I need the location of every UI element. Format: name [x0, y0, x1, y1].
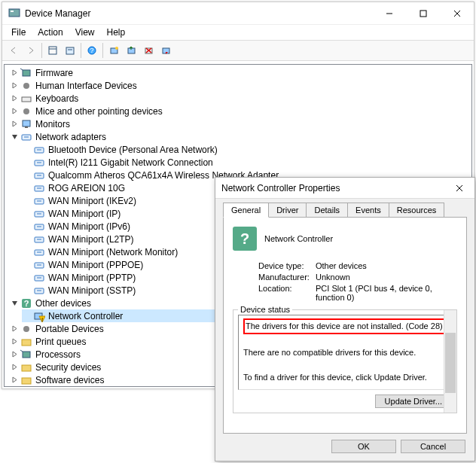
- expand-icon[interactable]: [9, 118, 20, 129]
- expand-icon[interactable]: [22, 259, 33, 270]
- tree-row[interactable]: Intel(R) I211 Gigabit Network Connection: [22, 156, 470, 169]
- kb-icon: [20, 93, 32, 105]
- status-scrollbar[interactable]: [444, 315, 452, 390]
- update-driver-button-dialog[interactable]: Update Driver...: [375, 394, 452, 408]
- tree-row[interactable]: Monitors: [9, 117, 470, 130]
- menu-file[interactable]: File: [5, 26, 32, 39]
- tree-label: Processors: [35, 349, 81, 360]
- folder-icon: [20, 361, 32, 373]
- menu-action[interactable]: Action: [32, 26, 69, 39]
- app-icon: [8, 8, 20, 20]
- expand-icon[interactable]: [9, 336, 20, 347]
- uninstall-button[interactable]: [140, 42, 157, 59]
- tree-label: WAN Miniport (IP): [48, 209, 121, 219]
- disable-button[interactable]: [157, 42, 174, 59]
- tree-label: Portable Devices: [35, 324, 104, 334]
- dialog-titlebar: Network Controller Properties: [215, 178, 474, 199]
- tab-panel-general: Network Controller Device type:Other dev…: [223, 217, 467, 434]
- expand-icon[interactable]: [9, 80, 20, 91]
- minimize-button[interactable]: [372, 2, 406, 25]
- tree-label: Print queues: [35, 337, 86, 347]
- device-status-text[interactable]: The drivers for this device are not inst…: [238, 315, 452, 390]
- folder-icon: [20, 387, 32, 388]
- q-icon: ?: [20, 297, 32, 309]
- tree-row[interactable]: Firmware: [9, 66, 470, 79]
- net-icon: [33, 259, 45, 271]
- expand-icon[interactable]: [22, 182, 33, 193]
- expand-icon[interactable]: [9, 131, 20, 142]
- cancel-button[interactable]: Cancel: [401, 440, 465, 453]
- mon-icon: [20, 118, 32, 130]
- expand-icon[interactable]: [22, 272, 33, 283]
- back-button[interactable]: [5, 42, 22, 59]
- net-icon: [33, 182, 45, 194]
- tree-row[interactable]: Bluetooth Device (Personal Area Network): [22, 143, 470, 156]
- expand-icon[interactable]: [9, 105, 20, 117]
- net-icon: [33, 144, 45, 156]
- properties-dialog: Network Controller Properties General Dr…: [215, 177, 475, 461]
- tree-label: WAN Miniport (PPTP): [48, 273, 136, 283]
- tree-row[interactable]: Keyboards: [9, 92, 470, 105]
- help-button[interactable]: ?: [84, 42, 100, 59]
- expand-icon[interactable]: [22, 208, 33, 219]
- tab-driver[interactable]: Driver: [268, 203, 307, 218]
- dialog-title: Network Controller Properties: [221, 183, 444, 193]
- forward-button[interactable]: [23, 42, 39, 59]
- expand-icon[interactable]: [22, 157, 33, 168]
- location-value: PCI Slot 1 (PCI bus 4, device 0, functio…: [316, 284, 457, 302]
- expand-icon[interactable]: [22, 195, 33, 206]
- device-type-value: Other devices: [316, 261, 457, 270]
- tab-general[interactable]: General: [223, 203, 269, 218]
- tree-row[interactable]: Network adapters: [9, 130, 470, 143]
- maximize-button[interactable]: [406, 2, 440, 25]
- properties-button[interactable]: [62, 42, 78, 59]
- tree-label: Software devices: [35, 375, 104, 385]
- scan-hardware-button[interactable]: [105, 42, 122, 59]
- window-title: Device Manager: [25, 8, 372, 19]
- svg-point-13: [115, 47, 118, 50]
- ok-button[interactable]: OK: [331, 440, 396, 453]
- device-icon: [233, 227, 257, 251]
- expand-icon[interactable]: [9, 67, 20, 78]
- expand-icon[interactable]: [22, 169, 33, 181]
- menu-help[interactable]: Help: [101, 26, 132, 39]
- usb-icon: [20, 80, 32, 92]
- tab-events[interactable]: Events: [347, 203, 389, 218]
- expand-icon[interactable]: [22, 285, 33, 296]
- tree-row[interactable]: Mice and other pointing devices: [9, 105, 470, 117]
- tree-label: Other devices: [35, 298, 91, 309]
- svg-rect-61: [22, 378, 31, 384]
- net-icon: [33, 233, 45, 245]
- net-icon: [20, 131, 32, 143]
- tab-details[interactable]: Details: [306, 203, 348, 218]
- device-status-legend: Device status: [238, 305, 292, 314]
- tab-resources[interactable]: Resources: [389, 203, 445, 218]
- expand-icon[interactable]: [9, 297, 20, 309]
- expand-icon[interactable]: [9, 361, 20, 373]
- expand-icon[interactable]: [22, 246, 33, 257]
- svg-point-21: [23, 83, 29, 89]
- svg-rect-60: [22, 365, 31, 371]
- expand-icon[interactable]: [9, 93, 20, 104]
- update-driver-button[interactable]: [123, 42, 139, 59]
- tree-row[interactable]: Human Interface Devices: [9, 79, 470, 92]
- expand-icon[interactable]: [22, 310, 33, 321]
- dialog-close-button[interactable]: [444, 178, 474, 199]
- toolbar: ?: [2, 40, 474, 61]
- svg-rect-25: [25, 126, 28, 128]
- device-type-label: Device type:: [233, 261, 316, 270]
- folder-icon: [20, 374, 32, 386]
- expand-icon[interactable]: [9, 374, 20, 385]
- expand-icon[interactable]: [22, 144, 33, 155]
- close-button[interactable]: [440, 2, 474, 25]
- svg-text:!: !: [41, 316, 43, 322]
- expand-icon[interactable]: [9, 349, 20, 360]
- expand-icon[interactable]: [9, 323, 20, 334]
- expand-icon[interactable]: [22, 233, 33, 245]
- expand-icon[interactable]: [22, 221, 33, 232]
- show-hide-tree-button[interactable]: [44, 42, 61, 59]
- status-line-3: To find a driver for this device, click …: [243, 373, 427, 382]
- svg-rect-0: [9, 9, 20, 17]
- svg-rect-57: [22, 340, 31, 346]
- menu-view[interactable]: View: [69, 26, 101, 39]
